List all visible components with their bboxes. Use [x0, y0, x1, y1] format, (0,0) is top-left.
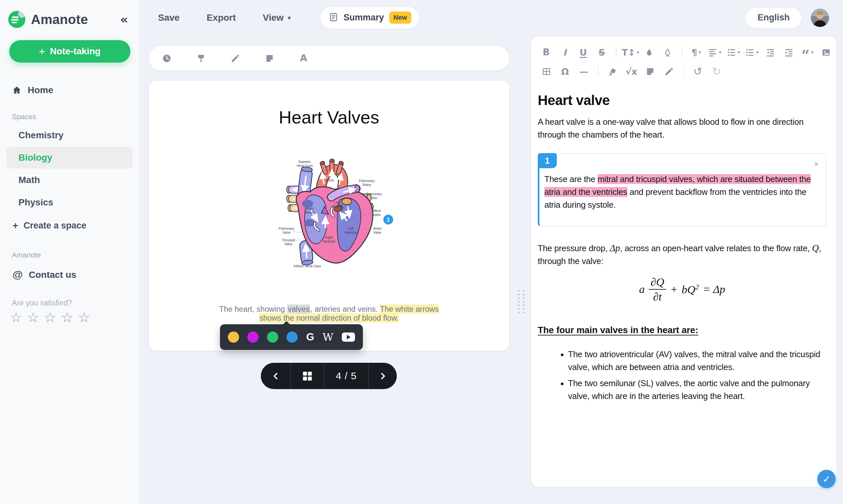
insert-table-button[interactable]	[539, 64, 554, 79]
clear-format-icon	[663, 48, 672, 57]
outdent-button[interactable]	[763, 45, 777, 59]
home-label: Home	[28, 85, 53, 95]
blockquote-button[interactable]: “▾	[800, 45, 814, 59]
sidebar-item-math[interactable]: Math	[6, 169, 133, 191]
star-1[interactable]: ☆	[10, 311, 22, 325]
sticky-note-icon	[265, 54, 274, 63]
text-color-button[interactable]	[642, 45, 656, 59]
satisfaction-prompt: Are you satisfied?	[12, 299, 127, 307]
font-size-icon: T↕	[622, 48, 635, 57]
italic-icon: I	[563, 48, 567, 57]
sidebar-item-biology[interactable]: Biology	[6, 147, 133, 168]
horizontal-rule-button[interactable]: —	[577, 64, 591, 79]
amanote-logo-icon	[8, 11, 26, 28]
bold-button[interactable]: B	[539, 45, 553, 59]
heart-diagram: SuperiorVena CavaAortaPulmonaryArteryPul…	[276, 158, 394, 273]
text-color-icon	[644, 48, 654, 57]
wikipedia-button[interactable]: W	[323, 331, 334, 343]
annotation-marker-1[interactable]: 1	[383, 215, 393, 224]
sticky-note-button[interactable]	[262, 51, 276, 66]
sticky-note-button[interactable]	[643, 64, 658, 79]
special-character-icon: Ω	[561, 67, 569, 76]
font-size-button[interactable]: T↕▾	[623, 45, 638, 59]
alignment-button[interactable]: ▾	[708, 45, 722, 59]
summary-button[interactable]: Summary New	[320, 6, 420, 29]
indent-button[interactable]	[782, 45, 796, 59]
pencil-icon	[231, 54, 240, 63]
diagram-label-inferior-vena-cava: Inferior Vena Cava	[294, 264, 321, 268]
document-icon	[329, 13, 338, 23]
green-highlight-button[interactable]	[267, 331, 278, 343]
star-5[interactable]: ☆	[78, 311, 91, 325]
star-4[interactable]: ☆	[61, 311, 73, 325]
confirm-check-button[interactable]: ✓	[817, 470, 836, 488]
diagram-label-right-atrium: RightAtrium	[305, 207, 315, 214]
sidebar: Amanote « + Note-taking Home Spaces Chem…	[0, 0, 140, 504]
star-2[interactable]: ☆	[27, 311, 39, 325]
spaces-list: ChemistryBiologyMathPhysics	[5, 124, 135, 213]
paragraph-format-button[interactable]: ¶▾	[689, 45, 703, 59]
save-button[interactable]: Save	[158, 13, 179, 23]
toolbar-divider	[598, 66, 599, 77]
insert-table-icon	[542, 67, 551, 76]
google-search-button[interactable]: G	[306, 331, 314, 343]
undo-button[interactable]: ↺	[690, 64, 705, 79]
sidebar-item-chemistry[interactable]: Chemistry	[6, 124, 133, 146]
insert-image-button[interactable]	[819, 45, 833, 59]
previous-page-button[interactable]	[261, 363, 290, 389]
blue-highlight-button[interactable]	[286, 331, 298, 343]
sidebar-item-physics[interactable]: Physics	[6, 192, 133, 213]
main-area: Save Export View ▾ Summary New English A…	[140, 0, 843, 504]
export-button[interactable]: Export	[207, 13, 236, 23]
document-viewer: Heart Valves	[149, 80, 509, 350]
caret-down-icon: ▾	[719, 49, 721, 55]
next-page-button[interactable]	[368, 363, 397, 389]
italic-button[interactable]: I	[557, 45, 572, 59]
pencil-button[interactable]	[228, 51, 243, 66]
note-taking-button[interactable]: + Note-taking	[9, 40, 130, 62]
language-button[interactable]: English	[745, 7, 802, 29]
highlighter-button[interactable]	[194, 51, 208, 66]
strikethrough-icon: S	[599, 48, 605, 57]
history-icon	[162, 54, 172, 63]
redo-button[interactable]: ↻	[709, 64, 724, 79]
magenta-highlight-button[interactable]	[247, 331, 258, 343]
clear-format-button[interactable]	[661, 45, 675, 59]
selected-word-highlight[interactable]: valves	[287, 305, 310, 314]
pencil-button[interactable]	[662, 64, 676, 79]
diagram-label-aortic-valve: AorticValve	[373, 227, 382, 234]
highlighter-button[interactable]	[606, 64, 620, 79]
youtube-button[interactable]	[342, 332, 355, 342]
history-button[interactable]	[159, 51, 174, 66]
strikethrough-button[interactable]: S	[595, 45, 609, 59]
sidebar-collapse-button[interactable]: «	[116, 12, 131, 27]
close-icon[interactable]: ×	[812, 158, 821, 170]
bullet-list-button[interactable]: ▾	[745, 45, 759, 59]
ordered-list-button[interactable]: ▾	[726, 45, 740, 59]
summary-label: Summary	[343, 13, 384, 23]
note-intro-paragraph: A heart valve is a one-way valve that al…	[538, 115, 827, 141]
sidebar-item-home[interactable]: Home	[5, 82, 135, 99]
valves-bullet-list: The two atrioventricular (AV) valves, th…	[538, 348, 827, 402]
panel-resize-handle[interactable]	[516, 288, 525, 314]
plus-icon: +	[39, 46, 46, 57]
yellow-highlight-button[interactable]	[228, 331, 239, 343]
text-tool-button[interactable]: A	[297, 51, 311, 66]
special-character-button[interactable]: Ω	[558, 64, 572, 79]
editor-toolbar-row-2: Ω—√x↺↻	[531, 64, 837, 79]
app-name: Amanote	[31, 12, 88, 27]
contact-us-button[interactable]: @ Contact us	[5, 264, 135, 285]
create-space-button[interactable]: + Create a space	[5, 214, 135, 237]
note-taking-label: Note-taking	[50, 46, 101, 57]
outdent-icon	[766, 48, 775, 57]
page-navigation: 4 / 5	[261, 363, 397, 389]
view-menu-button[interactable]: View ▾	[263, 13, 291, 23]
insert-formula-button[interactable]: √x	[624, 64, 639, 79]
user-avatar[interactable]	[811, 8, 829, 27]
thumbnail-grid-button[interactable]	[290, 363, 324, 389]
star-3[interactable]: ☆	[44, 311, 56, 325]
contact-us-label: Contact us	[29, 270, 76, 280]
underline-icon: U	[579, 48, 587, 57]
editor-content[interactable]: Heart valve A heart valve is a one-way v…	[531, 92, 837, 402]
underline-button[interactable]: U	[576, 45, 590, 59]
